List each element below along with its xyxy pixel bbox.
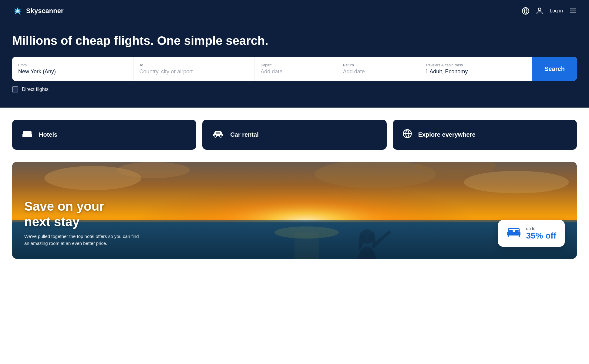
hotels-label: Hotels bbox=[39, 131, 57, 138]
return-label: Return bbox=[343, 63, 413, 67]
svg-point-22 bbox=[464, 171, 569, 193]
savings-badge-text: up to 35% off bbox=[526, 226, 556, 241]
service-cards: Hotels Car rental Explore everywhere bbox=[12, 120, 577, 150]
from-value: New York (Any) bbox=[18, 68, 127, 75]
logo-text: Skyscanner bbox=[26, 7, 64, 15]
svg-point-28 bbox=[360, 229, 374, 244]
travelers-label: Travelers & cabin class bbox=[425, 63, 526, 67]
login-button[interactable]: Log in bbox=[550, 8, 563, 14]
globe-icon[interactable] bbox=[522, 7, 530, 15]
direct-flights-row: Direct flights bbox=[12, 86, 577, 92]
hotel-hero-heading: Save on your next stay bbox=[24, 199, 140, 229]
hero-section: Millions of cheap flights. One simple se… bbox=[0, 22, 589, 108]
direct-flights-checkbox[interactable] bbox=[12, 86, 18, 92]
hotel-bed-icon bbox=[22, 129, 33, 140]
hamburger-menu-icon[interactable] bbox=[569, 7, 577, 15]
svg-rect-8 bbox=[24, 132, 27, 134]
svg-point-12 bbox=[214, 135, 217, 137]
savings-bed-icon bbox=[507, 226, 521, 240]
savings-prefix: up to bbox=[526, 226, 556, 231]
travelers-field[interactable]: Travelers & cabin class 1 Adult, Economy bbox=[419, 57, 532, 81]
svg-rect-30 bbox=[509, 230, 513, 232]
search-bar: From New York (Any) To Country, city or … bbox=[12, 57, 577, 81]
return-placeholder: Add date bbox=[343, 68, 413, 75]
savings-badge: up to 35% off bbox=[498, 220, 565, 247]
site-header: Skyscanner Log in bbox=[0, 0, 589, 22]
hotel-promo-text: Save on your next stay We've pulled toge… bbox=[24, 199, 140, 247]
car-icon bbox=[212, 129, 224, 140]
car-rental-card[interactable]: Car rental bbox=[202, 120, 386, 150]
to-field[interactable]: To Country, city or airport bbox=[133, 57, 255, 81]
depart-placeholder: Add date bbox=[261, 68, 331, 75]
hotel-promo-banner[interactable]: Save on your next stay We've pulled toge… bbox=[12, 162, 577, 259]
travelers-value: 1 Adult, Economy bbox=[425, 68, 526, 75]
svg-point-24 bbox=[274, 226, 339, 239]
svg-rect-31 bbox=[515, 230, 519, 232]
depart-label: Depart bbox=[261, 63, 331, 67]
depart-field[interactable]: Depart Add date bbox=[254, 57, 337, 81]
explore-card[interactable]: Explore everywhere bbox=[393, 120, 577, 150]
svg-point-27 bbox=[358, 247, 376, 259]
to-label: To bbox=[140, 63, 248, 67]
svg-rect-9 bbox=[28, 132, 31, 134]
logo[interactable]: Skyscanner bbox=[12, 5, 64, 16]
svg-rect-33 bbox=[519, 235, 520, 237]
svg-point-19 bbox=[117, 162, 190, 178]
to-placeholder: Country, city or airport bbox=[140, 68, 248, 75]
header-nav: Log in bbox=[522, 7, 577, 15]
svg-point-0 bbox=[17, 10, 19, 12]
svg-rect-29 bbox=[507, 232, 520, 235]
from-field[interactable]: From New York (Any) bbox=[12, 57, 133, 81]
user-icon[interactable] bbox=[536, 7, 544, 15]
svg-rect-7 bbox=[22, 135, 32, 137]
explore-globe-icon bbox=[402, 129, 412, 141]
car-rental-label: Car rental bbox=[230, 131, 258, 138]
explore-label: Explore everywhere bbox=[418, 131, 476, 138]
svg-point-2 bbox=[538, 8, 541, 11]
svg-point-13 bbox=[220, 135, 222, 137]
savings-discount: 35% off bbox=[526, 231, 556, 241]
svg-rect-10 bbox=[23, 136, 24, 137]
hero-title: Millions of cheap flights. One simple se… bbox=[12, 34, 577, 48]
hotels-card[interactable]: Hotels bbox=[12, 120, 196, 150]
search-button[interactable]: Search bbox=[532, 57, 577, 81]
direct-flights-label[interactable]: Direct flights bbox=[22, 87, 49, 92]
svg-rect-14 bbox=[216, 132, 220, 134]
svg-rect-11 bbox=[31, 136, 32, 137]
main-content: Hotels Car rental Explore everywhere bbox=[0, 108, 589, 259]
svg-rect-25 bbox=[294, 232, 319, 259]
hotel-hero-subtext: We've pulled together the top hotel offe… bbox=[24, 233, 140, 247]
skyscanner-logo-icon bbox=[12, 5, 23, 16]
return-field[interactable]: Return Add date bbox=[337, 57, 419, 81]
from-label: From bbox=[18, 63, 127, 67]
svg-rect-32 bbox=[508, 235, 509, 237]
